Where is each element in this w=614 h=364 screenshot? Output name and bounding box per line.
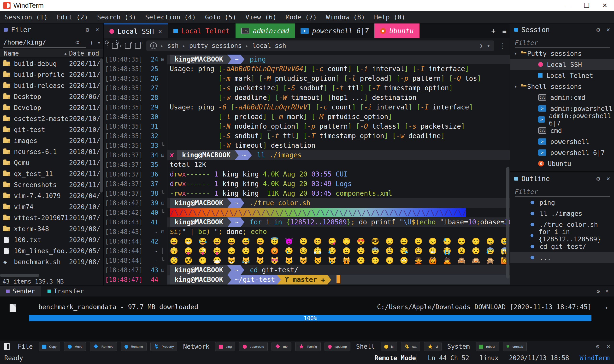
status-app[interactable]: WindTerm <box>580 354 610 362</box>
rename-button[interactable]: Rename <box>121 342 147 351</box>
refresh-icon[interactable]: ⟳ <box>105 39 110 46</box>
caret-down-icon[interactable]: ▾ <box>514 84 519 89</box>
terminal-line[interactable]: [18:48:37]36drwx------ 1 king king 4.0K … <box>104 169 510 179</box>
transfer-settings-icon[interactable]: ⚙ <box>597 286 600 297</box>
fold-marker-icon[interactable]: ⊟ <box>158 198 167 208</box>
terminal-line[interactable]: [18:48:35]27 [-s packetsize] [-S sndbuf]… <box>104 83 510 93</box>
terminal-line[interactable]: [18:48:37]34⊟✘king@MACBOOK~ll ./images <box>104 150 510 160</box>
session-item[interactable]: >powershell 6|7 <box>510 147 614 158</box>
session-item[interactable]: Ubuntu <box>510 158 614 169</box>
outline-item[interactable]: for i in {128512..128589} <box>510 230 614 241</box>
crontab-button[interactable]: ♥crontab <box>503 342 527 351</box>
terminal-scrollbar[interactable] <box>506 167 509 278</box>
tab-list-icon[interactable]: ≡ <box>499 24 510 38</box>
path-dropdown-icon[interactable]: ▾ <box>97 39 101 46</box>
tab-local-ssh[interactable]: Local SSH× <box>104 24 168 38</box>
terminal-kebab-icon[interactable]: ⋮ <box>499 42 506 50</box>
terminal-line[interactable]: [18:48:43]41king@MACBOOK~for i in {12851… <box>104 217 510 227</box>
move-button[interactable]: Move <box>64 342 86 351</box>
file-row[interactable]: 100.txt2020/09/ <box>0 234 103 245</box>
file-row[interactable]: Develop2020/11/ <box>0 102 103 113</box>
session-close-icon[interactable]: × <box>606 26 610 33</box>
terminal-line[interactable]: [18:48:43]-⊟$i;" | bc) "; done; echo <box>104 227 510 237</box>
fold-marker-icon[interactable]: └ <box>158 189 167 198</box>
traceroute-button[interactable]: traceroute <box>239 342 268 351</box>
file-row[interactable]: build-release2020/11/ <box>0 80 103 91</box>
tab-local-telnet[interactable]: Local Telnet <box>168 24 235 38</box>
scrollbar-thumb[interactable] <box>0 274 39 277</box>
fold-marker-icon[interactable]: ⊟ <box>158 150 167 160</box>
outline-item[interactable]: ... <box>510 252 614 263</box>
session-item[interactable]: Local Telnet <box>510 70 614 81</box>
breadcrumb-item[interactable]: local ssh <box>252 42 286 49</box>
file-row[interactable]: ncurses-6.12018/01/ <box>0 146 103 157</box>
menu-item-goto[interactable]: Goto (5) <box>205 13 236 21</box>
transfer-tab-sender[interactable]: Sender <box>0 286 41 297</box>
transfer-dropdown-icon[interactable]: ▾ <box>605 304 608 311</box>
property-button[interactable]: ↯Property <box>150 342 177 351</box>
menu-item-edit[interactable]: Edit (2) <box>57 13 88 21</box>
file-row[interactable]: images2020/11/ <box>0 135 103 146</box>
session-filter-input[interactable] <box>515 38 610 47</box>
reboot-button[interactable]: reboot <box>476 342 499 351</box>
fold-marker-icon[interactable]: │ <box>158 246 167 256</box>
mtr-button[interactable]: ❖mtr <box>271 342 292 351</box>
session-group[interactable]: ▾Shell sessions <box>510 81 614 92</box>
terminal-line[interactable]: [18:48:35]33└ [-W timeout] destination <box>104 141 510 150</box>
terminal-output[interactable]: [18:48:35]24⊟king@MACBOOK~ping[18:48:35]… <box>104 53 510 286</box>
menu-item-search[interactable]: Search (3) <box>97 13 136 21</box>
menu-item-session[interactable]: Session (1) <box>5 13 48 21</box>
terminal-line[interactable]: [18:48:47]43⊟king@MACBOOK~cd git-test/ <box>104 265 510 275</box>
breadcrumb-dropdown-icon[interactable]: ▾ <box>487 42 490 49</box>
terminal-line[interactable]: [18:48:35]24⊟king@MACBOOK~ping <box>104 55 510 64</box>
fold-marker-icon[interactable]: └ <box>158 141 167 150</box>
breadcrumb-item[interactable]: putty sessions <box>189 42 242 49</box>
column-name[interactable]: Name ▲ <box>0 50 69 57</box>
session-item[interactable]: C:\admin:cmd <box>510 92 614 103</box>
filer-close-icon[interactable]: × <box>96 26 99 33</box>
session-group[interactable]: ▾Putty sessions <box>510 48 614 59</box>
file-row[interactable]: Screenshots2020/11/ <box>0 179 103 190</box>
file-row[interactable]: vim-7.4.10792020/04/ <box>0 190 103 201</box>
session-item[interactable]: >powershell <box>510 136 614 147</box>
file-row[interactable]: ◈benchmark.sh2019/08/ <box>0 256 103 267</box>
terminal-line[interactable]: [18:48:37]35total 12K <box>104 160 510 169</box>
tab-ubuntu[interactable]: Ubuntu <box>374 24 419 38</box>
terminal-line[interactable]: [18:48:35]25Usage: ping [-aAbBdDfhLnOqrR… <box>104 64 510 74</box>
outline-close-icon[interactable]: × <box>606 175 610 182</box>
fold-marker-icon[interactable]: └ <box>158 208 167 217</box>
outline-item[interactable]: ll ./images <box>510 208 614 219</box>
terminal-line[interactable]: [18:48:44]-│😚😛😜😝😞😟😠😡😢😣😤😥😦😧😨😩😪😫😬😭😮😯😰😱😲😳↵ <box>104 246 510 256</box>
ifconfig-button[interactable]: ★ifconfig <box>295 342 321 351</box>
minimize-button[interactable]: — <box>559 0 578 11</box>
terminal-line[interactable]: [18:48:42]40└/\/\/\/\/\/\/\/\/\/\/\/\/\/… <box>104 208 510 217</box>
terminal-line[interactable]: [18:48:35]30 [-l preload] [-m mark] [-M … <box>104 112 510 122</box>
file-row[interactable]: qx_test_112020/11/ <box>0 168 103 179</box>
terminal-line[interactable]: [18:48:44]-└😴😵😶😷😸😹😺😻😼😽😾😿🙀🙁🙂🙃🙄🙅🙆🙇🙈🙉🙊🙋🙌🙍 <box>104 256 510 265</box>
column-date[interactable]: Date mod <box>69 50 103 57</box>
file-row[interactable]: 10m_lines_foo.t...2020/05/ <box>0 245 103 256</box>
menu-item-help[interactable]: Help (0) <box>374 13 405 21</box>
outline-filter-input[interactable] <box>515 187 610 196</box>
terminal-line[interactable]: [18:48:35]32 [-S sndbuf] [-t ttl] [-T ti… <box>104 131 510 141</box>
fold-marker-icon[interactable]: ⊟ <box>158 227 167 237</box>
terminal-line[interactable]: [18:48:42]39⊟king@MACBOOK~./true_color.s… <box>104 198 510 208</box>
ping-button[interactable]: ping <box>215 342 235 351</box>
tab-powershell-6-7[interactable]: >powershell 6|7 <box>295 24 374 38</box>
new-session-icon[interactable] <box>112 43 118 49</box>
terminal-line[interactable]: [18:48:44]42😀😁😂😃😄😅😆😇😈😉😊😋😌😍😎😏😐😑😒😓😔😕😖😗😘😙↵ <box>104 237 510 246</box>
path-input[interactable] <box>3 37 86 48</box>
outline-item[interactable]: ping <box>510 197 614 208</box>
transfer-close-icon[interactable]: × <box>605 286 609 297</box>
menu-item-selection[interactable]: Selection (4) <box>145 13 196 21</box>
filer-horizontal-scrollbar[interactable] <box>0 274 103 277</box>
terminal-line[interactable]: [18:48:35]31 [-N nodeinfo_option] [-p pa… <box>104 122 510 131</box>
tab-close-icon[interactable]: × <box>158 28 162 35</box>
session-settings-icon[interactable]: ⚙ <box>597 26 600 33</box>
file-row[interactable]: git-test2020/10/ <box>0 124 103 135</box>
file-row[interactable]: vttest-201907102019/07/ <box>0 212 103 223</box>
terminal-line[interactable]: [18:48:37]38└-rwx------ 1 king king 11K … <box>104 189 510 198</box>
close-button[interactable]: ✕ <box>596 0 614 11</box>
filer-vertical-scrollbar[interactable] <box>100 58 103 193</box>
terminal-line[interactable]: [18:48:35]28 [-w deadline] [-W timeout] … <box>104 93 510 103</box>
